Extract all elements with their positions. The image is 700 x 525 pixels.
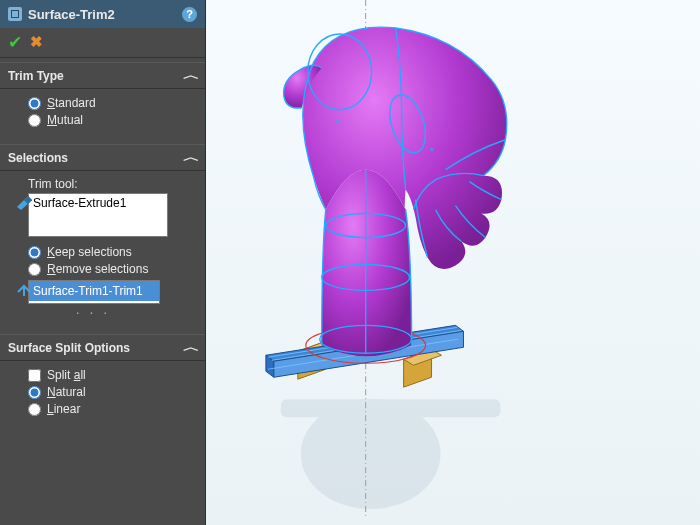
section-split-options: Surface Split Options ︿ Split all Natura… [0, 330, 205, 429]
radio-remove-label: Remove selections [47, 262, 148, 276]
radio-keep-input[interactable] [28, 246, 41, 259]
chevron-up-icon: ︿ [183, 339, 200, 356]
radio-linear-input[interactable] [28, 403, 41, 416]
chevron-up-icon: ︿ [183, 149, 200, 166]
svg-text:*: * [430, 145, 435, 159]
chevron-up-icon: ︿ [183, 67, 200, 84]
radio-linear[interactable]: Linear [28, 402, 195, 416]
radio-standard-label: Standard [47, 96, 96, 110]
list-item[interactable]: Surface-Trim1-Trim1 [29, 281, 159, 301]
result-slot: Surface-Trim1-Trim1 · · · [10, 280, 195, 320]
section-title: Selections [8, 151, 68, 165]
graphics-viewport[interactable]: * * [206, 0, 700, 525]
section-body-split: Split all Natural Linear [0, 361, 205, 427]
radio-natural[interactable]: Natural [28, 385, 195, 399]
panel-header: Surface-Trim2 ? [0, 0, 205, 28]
section-body-selections: Trim tool: Surface-Extrude1 Keep selecti… [0, 171, 205, 328]
result-icon [16, 282, 32, 298]
radio-keep[interactable]: Keep selections [28, 245, 195, 259]
section-trim-type: Trim Type ︿ Standard Mutual [0, 58, 205, 140]
radio-mutual-input[interactable] [28, 114, 41, 127]
radio-mutual-label: Mutual [47, 113, 83, 127]
section-title: Surface Split Options [8, 341, 130, 355]
radio-keep-label: Keep selections [47, 245, 132, 259]
section-header-selections[interactable]: Selections ︿ [0, 144, 205, 171]
section-body-trim-type: Standard Mutual [0, 89, 205, 138]
check-split-all[interactable]: Split all [28, 368, 195, 382]
trim-tool-listbox[interactable]: Surface-Extrude1 [28, 193, 168, 237]
radio-natural-label: Natural [47, 385, 86, 399]
radio-remove-input[interactable] [28, 263, 41, 276]
svg-rect-3 [281, 399, 501, 417]
section-title: Trim Type [8, 69, 64, 83]
radio-linear-label: Linear [47, 402, 80, 416]
radio-mutual[interactable]: Mutual [28, 113, 195, 127]
ok-button[interactable]: ✔ [8, 34, 22, 51]
cancel-button[interactable]: ✖ [30, 34, 43, 51]
check-split-all-input[interactable] [28, 369, 41, 382]
section-header-split[interactable]: Surface Split Options ︿ [0, 334, 205, 361]
model-reflection [281, 399, 501, 509]
panel-title: Surface-Trim2 [28, 7, 176, 22]
result-listbox[interactable]: Surface-Trim1-Trim1 [28, 280, 160, 304]
radio-standard-input[interactable] [28, 97, 41, 110]
radio-natural-input[interactable] [28, 386, 41, 399]
trim-tool-icon [16, 195, 32, 211]
check-split-all-label: Split all [47, 368, 86, 382]
list-item[interactable]: Surface-Extrude1 [33, 196, 163, 210]
trim-surface-icon [8, 7, 22, 21]
trim-tool-slot: Surface-Extrude1 [10, 193, 195, 237]
radio-remove[interactable]: Remove selections [28, 262, 195, 276]
svg-text:*: * [336, 117, 341, 131]
radio-standard[interactable]: Standard [28, 96, 195, 110]
trim-tool-label: Trim tool: [28, 177, 195, 191]
confirm-row: ✔ ✖ [0, 28, 205, 58]
section-header-trim-type[interactable]: Trim Type ︿ [0, 62, 205, 89]
help-icon[interactable]: ? [182, 7, 197, 22]
section-selections: Selections ︿ Trim tool: Surface-Extrude1… [0, 140, 205, 330]
property-panel: Surface-Trim2 ? ✔ ✖ Trim Type ︿ Standard… [0, 0, 206, 525]
resize-grip-icon[interactable]: · · · [28, 304, 158, 320]
model-canvas: * * [206, 0, 700, 524]
app-root: Surface-Trim2 ? ✔ ✖ Trim Type ︿ Standard… [0, 0, 700, 525]
